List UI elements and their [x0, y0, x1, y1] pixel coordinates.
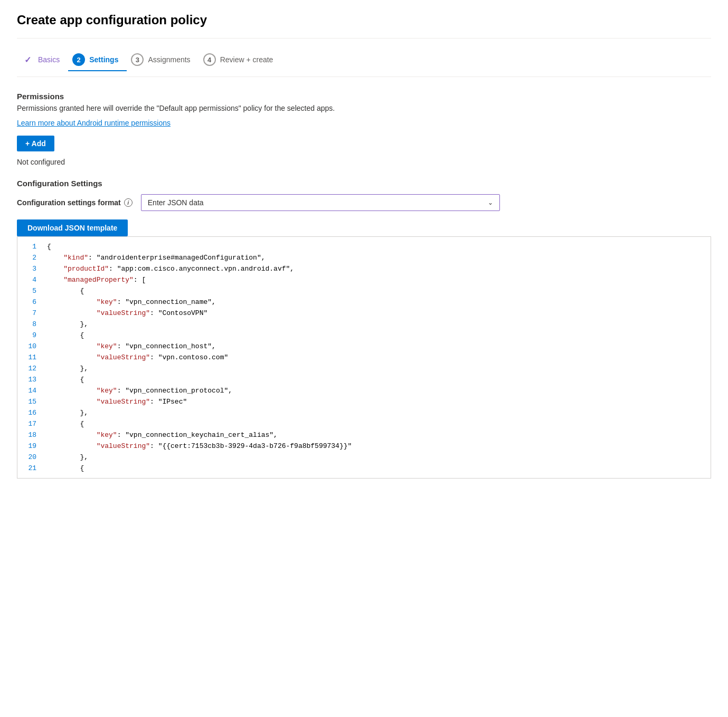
- step-basics-circle: ✓: [21, 53, 34, 66]
- code-line: },: [43, 319, 711, 330]
- step-review-label: Review + create: [220, 55, 273, 64]
- line-number: 10: [17, 341, 43, 352]
- add-button[interactable]: + Add: [17, 136, 54, 151]
- code-line: "valueString": "{{cert:7153cb3b-3929-4da…: [43, 441, 711, 452]
- step-settings-label: Settings: [89, 55, 118, 64]
- line-number: 14: [17, 385, 43, 396]
- code-line: {: [43, 374, 711, 385]
- step-basics-label: Basics: [38, 55, 60, 64]
- line-number: 4: [17, 274, 43, 285]
- code-line: "key": "vpn_connection_keychain_cert_ali…: [43, 429, 711, 441]
- permissions-link[interactable]: Learn more about Android runtime permiss…: [17, 119, 171, 127]
- permissions-description: Permissions granted here will override t…: [17, 104, 711, 112]
- line-number: 9: [17, 330, 43, 341]
- code-line: "productId": "app:com.cisco.anyconnect.v…: [43, 263, 711, 274]
- format-row: Configuration settings format i Enter JS…: [17, 194, 711, 211]
- divider: [17, 38, 711, 39]
- line-number: 17: [17, 418, 43, 429]
- steps-bar: ✓ Basics 2 Settings 3 Assignments 4 Revi…: [17, 49, 711, 77]
- code-line: {: [43, 285, 711, 297]
- line-number: 7: [17, 308, 43, 319]
- line-number: 11: [17, 352, 43, 363]
- download-btn-row: Download JSON template: [17, 219, 711, 236]
- line-numbers: 123456789101112131415161718192021: [17, 237, 43, 478]
- permissions-status: Not configured: [17, 158, 711, 166]
- config-section-title: Configuration Settings: [17, 179, 711, 188]
- step-review-create[interactable]: 4 Review + create: [199, 49, 282, 70]
- code-line: "valueString": "ContosoVPN": [43, 308, 711, 319]
- line-number: 8: [17, 319, 43, 330]
- line-number: 21: [17, 463, 43, 474]
- code-content: { "kind": "androidenterprise#managedConf…: [43, 237, 711, 478]
- step-assignments-label: Assignments: [148, 55, 190, 64]
- code-line: "valueString": "vpn.contoso.com": [43, 352, 711, 363]
- code-line: },: [43, 452, 711, 463]
- code-line: "valueString": "IPsec": [43, 396, 711, 407]
- code-line: {: [43, 418, 711, 429]
- line-number: 3: [17, 263, 43, 274]
- format-dropdown[interactable]: Enter JSON data ⌄: [141, 194, 500, 211]
- code-line: {: [43, 241, 711, 252]
- code-line: "kind": "androidenterprise#managedConfig…: [43, 252, 711, 263]
- page-title: Create app configuration policy: [17, 13, 711, 27]
- permissions-section: Permissions Permissions granted here wil…: [17, 92, 711, 166]
- line-number: 12: [17, 363, 43, 374]
- line-number: 13: [17, 374, 43, 385]
- info-icon[interactable]: i: [124, 198, 133, 207]
- download-json-button[interactable]: Download JSON template: [17, 219, 128, 236]
- json-code-area: 123456789101112131415161718192021 { "kin…: [17, 237, 711, 478]
- step-basics[interactable]: ✓ Basics: [17, 49, 68, 70]
- format-label: Configuration settings format i: [17, 198, 133, 207]
- code-line: {: [43, 330, 711, 341]
- code-line: "key": "vpn_connection_host",: [43, 341, 711, 352]
- line-number: 16: [17, 407, 43, 418]
- code-line: },: [43, 363, 711, 374]
- line-number: 1: [17, 241, 43, 252]
- line-number: 18: [17, 429, 43, 441]
- code-line: },: [43, 407, 711, 418]
- step-settings-circle: 2: [72, 53, 85, 66]
- line-number: 6: [17, 297, 43, 308]
- line-number: 15: [17, 396, 43, 407]
- line-number: 20: [17, 452, 43, 463]
- code-line: "key": "vpn_connection_protocol",: [43, 385, 711, 396]
- code-line: {: [43, 463, 711, 474]
- json-editor[interactable]: 123456789101112131415161718192021 { "kin…: [17, 236, 711, 479]
- dropdown-placeholder: Enter JSON data: [148, 198, 204, 207]
- configuration-section: Configuration Settings Configuration set…: [17, 179, 711, 236]
- line-number: 19: [17, 441, 43, 452]
- chevron-down-icon: ⌄: [488, 199, 493, 206]
- step-assignments[interactable]: 3 Assignments: [127, 49, 198, 70]
- code-line: "managedProperty": [: [43, 274, 711, 285]
- line-number: 2: [17, 252, 43, 263]
- code-line: "key": "vpn_connection_name",: [43, 297, 711, 308]
- line-number: 5: [17, 285, 43, 297]
- step-review-circle: 4: [203, 53, 216, 66]
- step-settings[interactable]: 2 Settings: [68, 49, 127, 71]
- step-assignments-circle: 3: [131, 53, 144, 66]
- permissions-title: Permissions: [17, 92, 711, 101]
